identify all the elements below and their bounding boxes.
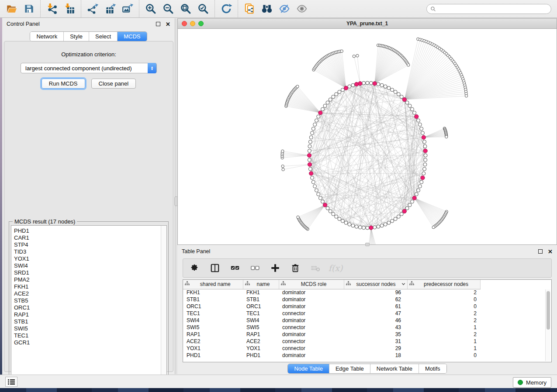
control-panel-title: Control Panel: [7, 21, 40, 27]
mcds-result-item[interactable]: ACE2: [14, 290, 166, 297]
column-header[interactable]: shared name: [183, 280, 243, 289]
column-header[interactable]: successor nodes: [344, 280, 407, 289]
table-row[interactable]: RAP1 RAP1 dominator 35 2: [183, 331, 480, 338]
optimization-criterion-label: Optimization criterion:: [4, 51, 173, 58]
tab-node-table[interactable]: Node Table: [288, 364, 329, 373]
clone-network-button[interactable]: [241, 2, 258, 16]
network-window-titlebar[interactable]: YPA_prune.txt_1: [178, 19, 557, 29]
tab-mcds[interactable]: MCDS: [117, 32, 146, 41]
zoom-out-button[interactable]: [159, 2, 177, 16]
tab-edge-table[interactable]: Edge Table: [329, 364, 370, 373]
table-panel: Table Panel ✕ f(x) shared namenameMCDS r…: [177, 246, 557, 374]
horizontal-splitter-handle[interactable]: [365, 243, 370, 246]
sort-chevron-icon[interactable]: [401, 281, 405, 287]
delete-column-icon: [291, 263, 300, 273]
close-panel-icon[interactable]: ✕: [166, 21, 170, 27]
tab-network[interactable]: Network: [30, 32, 63, 41]
mcds-result-list[interactable]: PHD1CAR1STP4TID3YOX1SWI4SRD1PMA2FKH1ACE2…: [11, 225, 167, 382]
float-table-panel-icon[interactable]: [538, 249, 543, 254]
show-all-icon: [296, 3, 308, 14]
column-header[interactable]: predecessor nodes: [407, 280, 480, 289]
table-row[interactable]: ACE2 ACE2 connector 31 1: [183, 338, 480, 345]
memory-button[interactable]: Memory: [513, 377, 551, 388]
search-binoculars-icon: [261, 3, 273, 14]
mcds-list-scrollbar[interactable]: [161, 226, 166, 381]
mcds-result-item[interactable]: STB1: [14, 318, 166, 325]
network-canvas[interactable]: [178, 29, 557, 244]
zoom-in-button[interactable]: [142, 2, 159, 16]
save-session-button[interactable]: [20, 2, 38, 16]
status-bar: Memory: [0, 375, 557, 388]
settings-gear-button[interactable]: [189, 262, 201, 274]
import-network-button[interactable]: [43, 2, 61, 16]
mcds-result-item[interactable]: TID3: [14, 248, 166, 255]
add-column-button[interactable]: [270, 262, 281, 274]
mcds-result-item[interactable]: STP4: [14, 241, 166, 248]
export-table-button[interactable]: [101, 2, 119, 16]
criterion-dropdown[interactable]: largest connected component (undirected)…: [21, 63, 157, 73]
table-row[interactable]: SWI4 SWI4 dominator 46 2: [183, 317, 480, 324]
table-row[interactable]: FKH1 FKH1 dominator 96 2: [183, 289, 480, 296]
export-table-icon: [104, 3, 116, 14]
zoom-fit-button[interactable]: [177, 2, 194, 16]
select-all-checkboxes-button[interactable]: [229, 262, 241, 274]
mcds-result-item[interactable]: TEC1: [14, 332, 166, 339]
close-panel-button[interactable]: Close panel: [91, 79, 136, 89]
deselect-all-checkboxes-button[interactable]: [249, 262, 261, 274]
hide-selected-button[interactable]: [276, 2, 293, 16]
table-scrollbar-thumb[interactable]: [547, 291, 550, 330]
mcds-result-item[interactable]: PHD1: [14, 227, 166, 234]
export-network-button[interactable]: [84, 2, 101, 16]
tab-network-table[interactable]: Network Table: [370, 364, 419, 373]
open-file-icon: [6, 3, 17, 14]
tab-style[interactable]: Style: [63, 32, 89, 41]
open-file-button[interactable]: [3, 2, 20, 16]
show-all-button[interactable]: [293, 2, 311, 16]
mcds-result-item[interactable]: SWI5: [14, 325, 166, 332]
mcds-result-item[interactable]: STB5: [14, 297, 166, 304]
add-column-icon: [270, 263, 280, 273]
attribute-type-icon: [281, 281, 286, 287]
mcds-result-item[interactable]: ORC1: [14, 304, 166, 311]
tab-motifs[interactable]: Motifs: [419, 364, 446, 373]
table-row[interactable]: PHD1 PHD1 dominator 18 0: [183, 352, 480, 359]
desktop-wallpaper-bottom: [0, 388, 557, 392]
search-box[interactable]: [426, 4, 551, 14]
column-header[interactable]: MCDS role: [279, 280, 344, 289]
refresh-layout-button[interactable]: [218, 2, 235, 16]
table-row[interactable]: YOX1 YOX1 connector 29 1: [183, 345, 480, 352]
mcds-result-item[interactable]: SRD1: [14, 269, 166, 276]
table-scrollbar[interactable]: [545, 289, 550, 361]
mcds-result-item[interactable]: CAR1: [14, 234, 166, 241]
close-table-panel-icon[interactable]: ✕: [548, 249, 553, 254]
mcds-result-item[interactable]: GCR1: [14, 339, 166, 346]
run-mcds-button[interactable]: Run MCDS: [42, 79, 85, 89]
table-row[interactable]: ORC1 ORC1 dominator 61 0: [183, 303, 480, 310]
control-panel: Control Panel ✕ NetworkStyleSelectMCDS O…: [2, 18, 175, 374]
search-icon: [430, 6, 436, 12]
delete-column-button[interactable]: [290, 262, 301, 274]
search-input[interactable]: [438, 6, 547, 12]
column-layout-button[interactable]: [209, 262, 221, 274]
zoom-selected-button[interactable]: [194, 2, 212, 16]
zoom-selected-icon: [197, 3, 209, 14]
float-window-icon[interactable]: [156, 22, 160, 26]
main-toolbar: [0, 0, 557, 18]
tab-select[interactable]: Select: [89, 32, 117, 41]
export-image-button[interactable]: [119, 2, 136, 16]
import-table-button[interactable]: [61, 2, 78, 16]
table-row[interactable]: SWI5 SWI5 connector 43 1: [183, 324, 480, 331]
mcds-tab-content: Optimization criterion: largest connecte…: [4, 41, 173, 372]
search-binoculars-button[interactable]: [258, 2, 276, 16]
console-list-button[interactable]: [5, 377, 17, 387]
attribute-type-icon: [409, 281, 414, 287]
column-header[interactable]: name: [243, 280, 279, 289]
mcds-result-item[interactable]: RAP1: [14, 311, 166, 318]
mcds-result-item[interactable]: YOX1: [14, 255, 166, 262]
table-row[interactable]: TEC1 TEC1 connector 47 2: [183, 310, 480, 317]
mcds-result-item[interactable]: FKH1: [14, 283, 166, 290]
mcds-result-item[interactable]: SWI4: [14, 262, 166, 269]
mcds-result-item[interactable]: PMA2: [14, 276, 166, 283]
table-row[interactable]: STB1 STB1 dominator 62 0: [183, 296, 480, 303]
mcds-result-title: MCDS result (17 nodes): [13, 218, 77, 225]
